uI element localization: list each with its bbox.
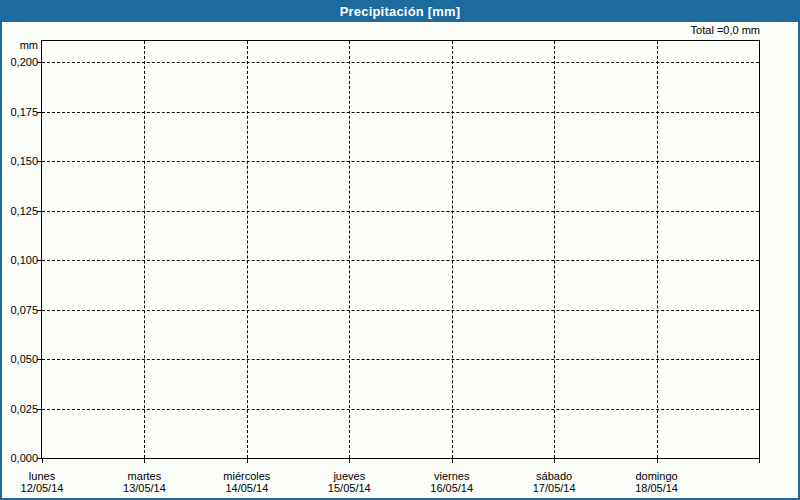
y-gridline — [42, 359, 759, 360]
x-axis-date-label: 13/05/14 — [123, 482, 166, 494]
plot-area — [41, 40, 760, 459]
y-tick-label: 0,000 — [2, 452, 38, 464]
x-gridline — [247, 41, 248, 458]
y-tick-label: 0,200 — [2, 56, 38, 68]
x-axis-day-label: viernes — [434, 470, 469, 482]
y-tick-mark — [37, 310, 41, 311]
x-gridline — [554, 41, 555, 458]
y-tick-label: 0,075 — [2, 304, 38, 316]
chart-title: Precipitación [mm] — [340, 4, 461, 19]
y-tick-mark — [37, 458, 41, 459]
x-axis-date-label: 18/05/14 — [635, 482, 678, 494]
y-tick-label: 0,025 — [2, 403, 38, 415]
x-axis-day-label: domingo — [635, 470, 677, 482]
chart-area: Total =0,0 mm mm 0,2000,1750,1500,1250,1… — [2, 22, 798, 498]
y-tick-mark — [37, 112, 41, 113]
x-axis-day-label: miércoles — [223, 470, 270, 482]
x-axis-date-label: 17/05/14 — [533, 482, 576, 494]
x-tick-mark — [554, 459, 555, 463]
x-axis-day-label: martes — [128, 470, 162, 482]
x-axis-date-label: 12/05/14 — [21, 482, 64, 494]
y-axis-unit-label: mm — [2, 39, 38, 51]
y-gridline — [42, 211, 759, 212]
x-axis-date-label: 14/05/14 — [225, 482, 268, 494]
x-axis-day-label: sábado — [536, 470, 572, 482]
x-tick-mark — [42, 459, 43, 463]
x-tick-mark — [247, 459, 248, 463]
x-gridline — [349, 41, 350, 458]
y-tick-label: 0,050 — [2, 353, 38, 365]
y-tick-mark — [37, 260, 41, 261]
x-gridline — [657, 41, 658, 458]
y-tick-label: 0,175 — [2, 106, 38, 118]
y-gridline — [42, 260, 759, 261]
y-gridline — [42, 161, 759, 162]
x-tick-mark — [144, 459, 145, 463]
x-gridline — [452, 41, 453, 458]
x-axis-day-label: jueves — [333, 470, 365, 482]
y-tick-label: 0,125 — [2, 205, 38, 217]
y-gridline — [42, 112, 759, 113]
x-gridline — [144, 41, 145, 458]
y-tick-mark — [37, 359, 41, 360]
y-tick-mark — [37, 211, 41, 212]
chart-title-bar: Precipitación [mm] — [2, 0, 798, 22]
chart-window: Precipitación [mm] Total =0,0 mm mm 0,20… — [0, 0, 800, 500]
x-axis-date-label: 15/05/14 — [328, 482, 371, 494]
y-tick-mark — [37, 161, 41, 162]
y-gridline — [42, 310, 759, 311]
y-tick-mark — [37, 62, 41, 63]
y-tick-label: 0,100 — [2, 254, 38, 266]
x-tick-mark — [349, 459, 350, 463]
y-gridline — [42, 62, 759, 63]
x-tick-mark — [759, 459, 760, 463]
x-tick-mark — [657, 459, 658, 463]
x-axis-date-label: 16/05/14 — [430, 482, 473, 494]
x-tick-mark — [452, 459, 453, 463]
total-annotation: Total =0,0 mm — [691, 24, 760, 36]
y-tick-label: 0,150 — [2, 155, 38, 167]
y-tick-mark — [37, 409, 41, 410]
y-gridline — [42, 409, 759, 410]
x-axis-day-label: lunes — [29, 470, 55, 482]
